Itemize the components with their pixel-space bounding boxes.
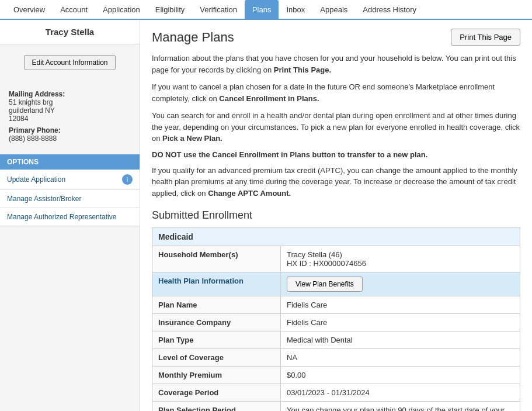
page-wrapper: Overview Account Application Eligibility… (0, 0, 532, 411)
tab-application[interactable]: Application (95, 0, 148, 19)
table-row: Level of Coverage NA (152, 349, 520, 367)
household-member-label: Household Member(s) (152, 246, 281, 272)
submitted-enrollment-title: Submitted Enrollment (152, 209, 520, 222)
address-line1: 51 knights brg (9, 98, 53, 106)
table-row: Household Member(s) Tracy Stella (46) HX… (152, 246, 520, 272)
tab-eligibility[interactable]: Eligibility (148, 0, 193, 19)
tab-appeals[interactable]: Appeals (312, 0, 355, 19)
print-button[interactable]: Print This Page (451, 29, 520, 46)
plan-type-value: Medical with Dental (281, 331, 520, 349)
tab-address-history[interactable]: Address History (355, 0, 424, 19)
cancel-enrollment-bold: Cancel Enrollment in Plans. (219, 94, 319, 103)
page-title-row: Manage Plans Print This Page (152, 29, 520, 46)
level-of-coverage-value: NA (281, 349, 520, 367)
health-plan-row: Health Plan Information View Plan Benefi… (152, 272, 520, 296)
address-line2: guilderland NY (9, 106, 55, 115)
user-name: Tracy Stella (9, 27, 131, 37)
main-layout: Tracy Stella Edit Account Information Ma… (0, 20, 532, 411)
info-para-3: You can search for and enroll in a healt… (152, 110, 520, 144)
tab-account[interactable]: Account (53, 0, 95, 19)
pick-new-plan-bold: Pick a New Plan. (162, 134, 222, 143)
health-plan-label: Health Plan Information (152, 272, 281, 296)
health-plan-btn-cell: View Plan Benefits (281, 272, 520, 296)
phone-label: Primary Phone: (9, 126, 131, 134)
page-title: Manage Plans (152, 30, 234, 45)
mailing-address-label: Mailing Address: (9, 90, 131, 98)
household-member-value: Tracy Stella (46) HX ID : HX0000074656 (281, 246, 520, 272)
table-row: Monthly Premium $0.00 (152, 367, 520, 384)
info-icon: i (122, 174, 133, 185)
coverage-period-value: 03/01/2023 - 01/31/2024 (281, 384, 520, 402)
view-plan-benefits-button[interactable]: View Plan Benefits (287, 277, 363, 292)
level-of-coverage-label: Level of Coverage (152, 349, 281, 367)
sidebar: Tracy Stella Edit Account Information Ma… (0, 20, 140, 411)
tab-inbox[interactable]: Inbox (279, 0, 312, 19)
monthly-premium-value: $0.00 (281, 367, 520, 384)
sidebar-item-update-application[interactable]: Update Application i (0, 170, 140, 190)
table-row: Plan Selection Period You can change you… (152, 402, 520, 412)
plan-selection-period-label: Plan Selection Period (152, 402, 281, 412)
change-aptc-bold: Change APTC Amount. (208, 189, 291, 198)
table-row: Coverage Period 03/01/2023 - 01/31/2024 (152, 384, 520, 402)
insurance-company-label: Insurance Company (152, 314, 281, 331)
main-content: Manage Plans Print This Page Information… (140, 20, 532, 411)
plan-type-label: Plan Type (152, 331, 281, 349)
plan-name-value: Fidelis Care (281, 296, 520, 314)
plan-selection-period-value: You can change your plan within 90 days … (281, 402, 520, 412)
monthly-premium-label: Monthly Premium (152, 367, 281, 384)
table-row: Insurance Company Fidelis Care (152, 314, 520, 331)
sidebar-item-manage-authorized-rep[interactable]: Manage Authorized Representative (0, 208, 140, 226)
tab-verification[interactable]: Verification (192, 0, 245, 19)
edit-account-button[interactable]: Edit Account Information (24, 55, 115, 70)
top-nav: Overview Account Application Eligibility… (0, 0, 532, 20)
manage-authorized-rep-label: Manage Authorized Representative (7, 213, 116, 221)
coverage-period-label: Coverage Period (152, 384, 281, 402)
table-header-cell: Medicaid (152, 228, 520, 246)
table-row: Plan Name Fidelis Care (152, 296, 520, 314)
enrollment-table: Medicaid Household Member(s) Tracy Stell… (152, 227, 520, 411)
info-para-1: Information about the plans that you hav… (152, 53, 520, 75)
tab-overview[interactable]: Overview (6, 0, 53, 19)
phone-number: (888) 888-8888 (9, 134, 57, 143)
table-row: Plan Type Medical with Dental (152, 331, 520, 349)
info-para-2: If you want to cancel a plan chosen for … (152, 81, 520, 104)
print-this-page-bold: Print This Page. (274, 65, 331, 74)
update-application-label: Update Application (7, 175, 65, 184)
manage-assistor-label: Manage Assistor/Broker (7, 195, 81, 203)
plan-name-label: Plan Name (152, 296, 281, 314)
sidebar-info: Mailing Address: 51 knights brg guilderl… (0, 81, 140, 148)
tab-plans[interactable]: Plans (245, 0, 279, 19)
options-header: OPTIONS (0, 154, 140, 170)
insurance-company-value: Fidelis Care (281, 314, 520, 331)
warning-text: DO NOT use the Cancel Enrollment in Plan… (152, 150, 520, 159)
sidebar-item-manage-assistor[interactable]: Manage Assistor/Broker (0, 190, 140, 208)
address-line3: 12084 (9, 115, 28, 123)
sidebar-header: Tracy Stella (0, 20, 140, 44)
info-para-4: If you qualify for an advanced premium t… (152, 165, 520, 199)
table-header-row: Medicaid (152, 228, 520, 246)
